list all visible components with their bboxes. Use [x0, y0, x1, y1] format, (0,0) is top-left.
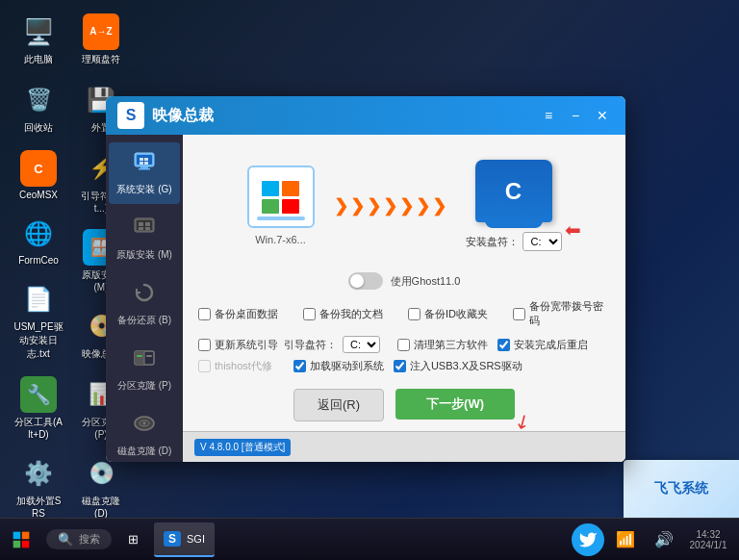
option-backup-docs-label: 备份我的文档	[319, 307, 383, 321]
svg-rect-17	[137, 355, 142, 357]
desktop-icon-computer[interactable]: 🖥️ 此电脑	[10, 10, 67, 70]
source-drive-icon	[247, 165, 315, 228]
svg-rect-4	[140, 158, 143, 161]
menu-button[interactable]: ≡	[537, 104, 560, 127]
task-view-button[interactable]: ⊞	[115, 522, 150, 557]
option-backup-favorites[interactable]: 备份ID收藏夹	[408, 299, 505, 328]
partition-clone-icon	[133, 346, 156, 375]
options-row2: 更新系统引导 引导盘符： C: D: 清理第三方软件 安装完成后重启	[198, 336, 610, 353]
action-buttons: 返回(R) 下一步(W) ↙	[198, 389, 610, 421]
task-view-icon: ⊞	[128, 532, 139, 547]
svg-rect-2	[140, 166, 148, 168]
option-thishost-label: thishost代修	[215, 359, 272, 373]
sidebar-item-backup-restore[interactable]: 备份还原 (B)	[109, 273, 180, 335]
checkbox-backup-docs[interactable]	[303, 308, 316, 320]
arrow-3: ❯	[367, 195, 381, 216]
desktop-icon-loadext-srs[interactable]: ⚙️ 加载外置SRS	[10, 451, 67, 522]
ghost-toggle-switch[interactable]	[348, 272, 383, 290]
red-arrow-icon: ⬅	[565, 218, 581, 242]
checkbox-update-bootloader[interactable]	[198, 339, 211, 351]
original-install-icon	[133, 216, 156, 244]
option-usb3-srs[interactable]: 注入USB3.X及SRS驱动	[394, 359, 522, 373]
svg-point-21	[143, 422, 146, 425]
time-display: 14:32	[685, 529, 731, 540]
start-button[interactable]	[0, 519, 42, 561]
checkbox-backup-broadband[interactable]	[513, 308, 525, 320]
taskbar-item-sgi[interactable]: S SGI	[154, 522, 215, 557]
next-button[interactable]: 下一步(W)	[395, 389, 515, 420]
sidebar-item-original-install[interactable]: 原版安装 (M)	[109, 208, 180, 269]
twitter-icon[interactable]	[572, 523, 604, 556]
system-install-icon	[133, 150, 156, 179]
drive-letter-select[interactable]: C: D: E:	[522, 232, 562, 251]
checkbox-load-drivers[interactable]	[293, 360, 306, 372]
desktop-icon-recycle[interactable]: 🗑️ 回收站	[10, 78, 67, 139]
checkbox-clean-software[interactable]	[397, 339, 410, 351]
app-logo: S	[117, 102, 144, 129]
svg-rect-3	[139, 168, 150, 170]
sidebar-item-system-install[interactable]: 系统安装 (G)	[109, 142, 180, 204]
taskbar-search[interactable]: 🔍 搜索	[46, 529, 112, 549]
checkbox-reboot-after[interactable]	[497, 339, 510, 351]
title-bar-controls: ≡ − ✕	[537, 104, 614, 127]
desktop-icon-ceomsx[interactable]: C CeoMSX	[10, 146, 67, 204]
taskbar-sgi-label: SGI	[187, 533, 205, 545]
app-window: S 映像总裁 ≡ − ✕	[106, 96, 625, 462]
checkbox-backup-favorites[interactable]	[408, 308, 420, 320]
watermark-text: 飞飞系统	[654, 480, 708, 497]
desktop-icon-formceo[interactable]: 🌐 FormCeo	[10, 212, 67, 269]
svg-rect-28	[13, 540, 21, 547]
desktop-icon-az[interactable]: A→Z 理顺盘符	[72, 10, 130, 70]
option-load-drivers[interactable]: 加载驱动到系统	[293, 359, 384, 373]
desktop-icon-disk-clone[interactable]: 💿 磁盘克隆(D)	[72, 451, 130, 522]
arrow-1: ❯	[334, 195, 348, 216]
option-update-bootloader[interactable]: 更新系统引导	[198, 338, 278, 352]
search-icon: 🔍	[58, 532, 73, 547]
version-bar: V 4.8.0.0 [普通模式]	[183, 431, 625, 462]
search-placeholder: 搜索	[79, 532, 100, 547]
sidebar-item-partition-clone[interactable]: 分区克隆 (P)	[109, 339, 180, 400]
ghost-toggle-row: 使用Ghost11.0	[198, 272, 610, 290]
ghost-toggle-label: 使用Ghost11.0	[391, 274, 461, 289]
options-grid-1: 备份桌面数据 备份我的文档 备份ID收藏夹 备份宽带拨号密码	[198, 299, 610, 328]
app-title: 映像总裁	[152, 106, 214, 126]
option-backup-desktop[interactable]: 备份桌面数据	[198, 299, 295, 328]
option-clean-software[interactable]: 清理第三方软件	[397, 338, 488, 352]
checkbox-backup-desktop[interactable]	[198, 308, 211, 320]
version-badge: V 4.8.0.0 [普通模式]	[194, 439, 291, 456]
taskbar-right: 📶 🔊 14:32 2024/1/1	[572, 522, 739, 557]
boot-drive-select[interactable]: C: D:	[343, 336, 380, 353]
tray-icon-sound[interactable]: 🔊	[647, 522, 681, 557]
minimize-button[interactable]: −	[564, 104, 587, 127]
tray-icon-network[interactable]: 📶	[608, 522, 643, 557]
close-button[interactable]: ✕	[591, 104, 614, 127]
win-bar	[257, 216, 305, 220]
option-backup-broadband-label: 备份宽带拨号密码	[529, 299, 610, 328]
next-button-wrapper: 下一步(W) ↙	[395, 389, 515, 421]
sidebar-item-disk-clone[interactable]: 磁盘克隆 (D)	[109, 404, 180, 462]
title-bar[interactable]: S 映像总裁 ≡ − ✕	[106, 96, 625, 135]
target-hdd-icon: C	[475, 160, 552, 222]
back-button[interactable]: 返回(R)	[293, 389, 384, 421]
window-body: 系统安装 (G) 原版安装 (M)	[106, 135, 625, 462]
desktop-icon-partition-tool[interactable]: 🔧 分区工具(Alt+D)	[10, 372, 67, 444]
option-thishost[interactable]: thishost代修	[198, 359, 272, 373]
option-reboot-after[interactable]: 安装完成后重启	[497, 338, 588, 352]
svg-rect-11	[145, 222, 150, 226]
svg-rect-15	[135, 351, 144, 365]
watermark: 飞飞系统	[624, 460, 739, 518]
install-arrows: ❯ ❯ ❯ ❯ ❯ ❯ ❯	[334, 195, 446, 216]
option-backup-docs[interactable]: 备份我的文档	[303, 299, 400, 328]
option-backup-favorites-label: 备份ID收藏夹	[424, 307, 488, 321]
option-update-bootloader-label: 更新系统引导	[215, 338, 278, 352]
option-backup-desktop-label: 备份桌面数据	[215, 307, 278, 321]
sidebar-partition-clone-label: 分区克隆 (P)	[117, 379, 171, 393]
checkbox-usb3-srs[interactable]	[394, 360, 406, 372]
checkbox-thishost[interactable]	[198, 360, 211, 372]
clock[interactable]: 14:32 2024/1/1	[685, 529, 731, 550]
svg-rect-29	[22, 540, 30, 547]
desktop-icon-usm-pe[interactable]: 📄 USM_PE驱动安装日志.txt	[10, 277, 67, 365]
toggle-knob	[350, 274, 364, 288]
arrow-7: ❯	[432, 195, 446, 216]
option-backup-broadband[interactable]: 备份宽带拨号密码	[513, 299, 610, 328]
